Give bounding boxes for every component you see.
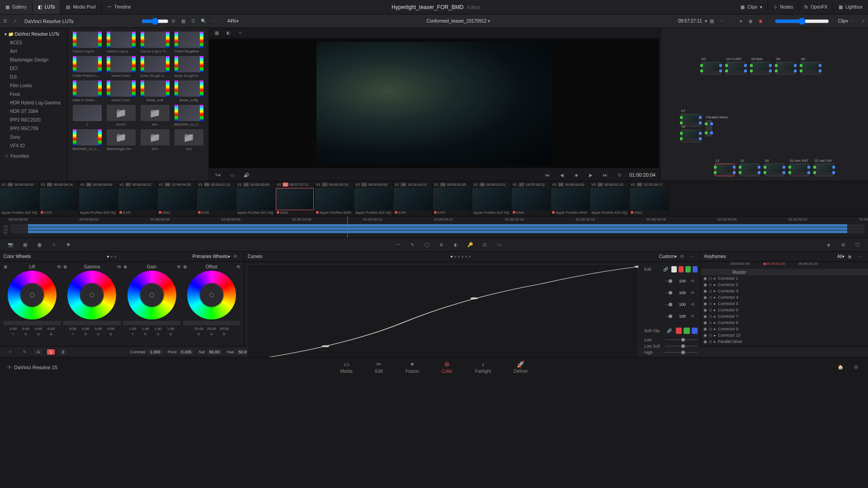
reset-icon[interactable]: ⟲ <box>677 252 687 262</box>
master-wheel[interactable] <box>183 321 240 325</box>
viewer-options-icon[interactable]: ⋯ <box>717 16 727 26</box>
reset-icon[interactable]: ⟲ <box>117 264 121 269</box>
lut-folder-item[interactable]: DJI <box>0 73 67 81</box>
viewer-grid-icon[interactable]: ▦ <box>707 16 717 26</box>
key-icon[interactable]: 🔑 <box>465 240 475 250</box>
lut-folder-item[interactable]: VFX IO <box>0 141 67 150</box>
wheels-mode[interactable]: Primaries Wheels <box>193 254 228 259</box>
lut-item[interactable]: Invert Color <box>105 56 137 78</box>
viewer-mode-icon[interactable]: ▦ <box>212 28 222 38</box>
lut-folder-item[interactable]: Film Looks <box>0 81 67 90</box>
curves-icon[interactable]: 〰 <box>393 240 403 250</box>
lut-item[interactable]: Canon Log to Rec709 <box>105 32 137 53</box>
search-icon[interactable]: 🔍 <box>198 16 208 26</box>
node[interactable]: 09 <box>776 62 796 75</box>
node[interactable]: Parallel Mixer <box>706 120 712 136</box>
node[interactable]: 03 <box>701 62 721 75</box>
node[interactable]: 05 BAL <box>751 62 771 75</box>
clip-thumb[interactable]: V12012:20:34:17DNG <box>629 181 669 216</box>
luts-button[interactable]: ◧LUTs <box>33 0 61 14</box>
tab-media[interactable]: ▭Media <box>340 361 352 374</box>
list-view-icon[interactable]: ☰ <box>189 16 198 26</box>
lut-folder-item[interactable]: ACES <box>0 38 67 47</box>
keyframe-row[interactable]: ◉◇▸Corrector 2 <box>701 282 868 288</box>
options-icon[interactable]: ⋯ <box>208 16 218 26</box>
master-wheel[interactable] <box>4 321 61 325</box>
kf-master[interactable]: Master <box>732 270 865 275</box>
highlight-icon[interactable]: ◐ <box>223 28 233 38</box>
clip-thumb[interactable]: V11414:16:43:12EXR <box>393 181 433 216</box>
color-match-icon[interactable]: ▦ <box>20 240 30 250</box>
tracker-icon[interactable]: ⊕ <box>436 240 446 250</box>
pointer-icon[interactable]: ➤ <box>736 16 746 26</box>
lut-item[interactable]: 1 <box>71 105 103 127</box>
clip-thumb[interactable]: V10600:00:00:00Apple ProRes 422 HQ <box>79 181 118 216</box>
tab-color[interactable]: ⊛Color <box>442 361 453 374</box>
kf-mode-icon[interactable]: ◉ <box>844 252 854 262</box>
low-slider[interactable] <box>665 339 698 340</box>
lut-folder-item[interactable]: Foos <box>0 90 67 99</box>
node[interactable]: 01 lum SAT <box>789 164 809 176</box>
rgb-mixer-icon[interactable]: ⊹ <box>49 240 59 250</box>
color-wheel[interactable] <box>8 271 57 319</box>
clip-thumb[interactable]: V11500:00:01:05EXR <box>433 181 472 216</box>
lut-item[interactable]: Data to Video with Clip <box>71 80 103 102</box>
kf-options-icon[interactable]: ⋯ <box>854 252 864 262</box>
motion-icon[interactable]: ✱ <box>63 240 73 250</box>
chan-g[interactable] <box>685 266 690 272</box>
keyframe-row[interactable]: ◉◇▸Parallel Mixer <box>701 338 868 345</box>
sc-chan-g[interactable] <box>684 328 689 334</box>
page-2[interactable]: 2 <box>59 349 67 355</box>
sidebar-toggle-icon[interactable]: ☰ <box>0 16 10 26</box>
keyframe-row[interactable]: ◉◇▸Corrector 7 <box>701 313 868 319</box>
y-intensity-slider[interactable] <box>665 281 672 282</box>
lightbox-button[interactable]: ▦Lightbox <box>833 0 868 14</box>
node[interactable]: 06 <box>801 62 821 75</box>
g-intensity-slider[interactable] <box>665 304 672 305</box>
mediapool-button[interactable]: ▤Media Pool <box>61 0 101 14</box>
chevron-down-icon[interactable]: ▾ <box>488 19 490 23</box>
lut-item[interactable]: Cintel Print to Linear <box>71 56 103 78</box>
wipe-icon[interactable]: ✧ <box>235 28 245 38</box>
last-frame-icon[interactable]: ⏭ <box>600 170 610 180</box>
auto-balance-icon[interactable]: ✧ <box>5 347 15 357</box>
expand-icon[interactable]: ⤢ <box>858 16 868 26</box>
loop-icon[interactable]: ↻ <box>615 170 625 180</box>
node[interactable]: 12 <box>681 130 701 142</box>
clip-thumb[interactable]: V31900:00:01:22Apple ProRes 422 HQ <box>590 181 629 216</box>
lut-item[interactable]: Canon Log to Cineon <box>71 32 103 53</box>
lut-item[interactable]: Sony SLog3 to Rec709 <box>173 56 204 78</box>
qualifier-icon[interactable]: ✎ <box>407 240 417 250</box>
link-icon[interactable]: 🔗 <box>661 264 670 274</box>
bypass-icon[interactable]: ✎▾ <box>212 170 222 180</box>
lut-folder-item[interactable]: IPP2 REC709 <box>0 124 67 133</box>
tab-deliver[interactable]: 🚀Deliver <box>514 361 528 374</box>
first-frame-icon[interactable]: ⏮ <box>542 170 552 180</box>
wheels-page-dots[interactable] <box>107 256 116 258</box>
tab-fairlight[interactable]: ♪Fairlight <box>475 361 491 374</box>
camera-raw-icon[interactable]: 📷 <box>5 240 15 250</box>
lut-folder-root[interactable]: ▾ 📁 DaVinci Resolve LUTs <box>0 30 67 38</box>
clip-thumb[interactable]: V11600:00:01:01Apple ProRes 422 HQ <box>472 181 511 216</box>
node[interactable]: 04 CURV <box>726 62 746 75</box>
info-icon[interactable]: ⓘ <box>853 240 863 250</box>
lut-item[interactable]: linear_softjj <box>173 80 204 102</box>
reset-icon[interactable]: ⟲ <box>230 252 240 262</box>
sizing-icon[interactable]: ⊡ <box>480 240 490 250</box>
lut-folder-item[interactable]: HDR ST 2084 <box>0 107 67 116</box>
grid-view-icon[interactable]: ▦ <box>179 16 189 26</box>
clip-thumb[interactable]: V10500:00:04:14EXR <box>39 181 79 216</box>
sc-chan-r[interactable] <box>676 328 682 334</box>
viewer-timecode[interactable]: 09:57:27:11 <box>678 19 702 23</box>
chan-r[interactable] <box>679 266 684 272</box>
color-icon[interactable]: ◉ <box>756 16 766 26</box>
timeline-name[interactable]: Conformed_teaser_20170912 <box>426 19 486 23</box>
clip-thumb[interactable]: V10700:00:00:21EXR <box>118 181 157 216</box>
lut-item[interactable]: DJI <box>173 129 204 151</box>
pivot-value[interactable]: 0.435 <box>179 349 194 355</box>
lut-folder-item[interactable]: DCI <box>0 64 67 73</box>
kf-filter[interactable]: All <box>837 254 842 259</box>
blur-icon[interactable]: ◐ <box>451 240 461 250</box>
lut-folder-item[interactable]: Sony <box>0 133 67 141</box>
picker-icon[interactable]: ⊕ <box>63 264 67 269</box>
